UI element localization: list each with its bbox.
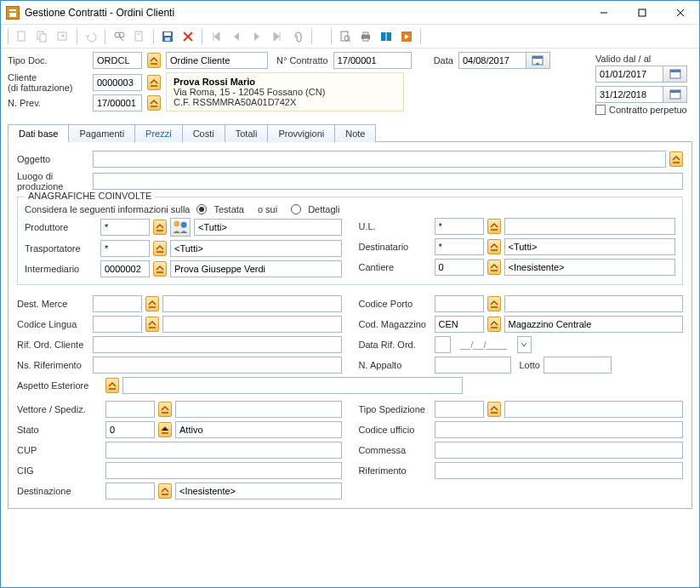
vettore-desc-field[interactable] bbox=[175, 401, 342, 418]
tab-provvigioni[interactable]: Provvigioni bbox=[267, 124, 335, 142]
n-appalto-field[interactable] bbox=[435, 357, 511, 374]
radio-testata[interactable] bbox=[196, 204, 207, 214]
radio-dettagli[interactable] bbox=[291, 204, 301, 214]
cantiere-lookup-icon[interactable] bbox=[487, 260, 501, 275]
commessa-field[interactable] bbox=[435, 442, 684, 459]
prev-record-icon[interactable] bbox=[228, 28, 245, 45]
data-rif-ord-field[interactable] bbox=[451, 336, 517, 353]
ul-field[interactable] bbox=[435, 218, 484, 235]
luogo-field[interactable] bbox=[93, 173, 683, 190]
cod-magazzino-field[interactable] bbox=[435, 316, 484, 333]
destinazione-desc-field[interactable] bbox=[175, 482, 342, 500]
vettore-field[interactable] bbox=[105, 401, 155, 418]
stato-desc-field[interactable] bbox=[175, 421, 342, 438]
tipo-doc-lookup-icon[interactable] bbox=[147, 53, 161, 68]
undo-icon[interactable] bbox=[83, 28, 100, 45]
preview-icon[interactable] bbox=[337, 28, 354, 45]
stato-field[interactable] bbox=[105, 421, 155, 438]
data-field[interactable] bbox=[458, 52, 526, 69]
tipo-doc-desc-field[interactable] bbox=[166, 52, 268, 69]
aspetto-field[interactable] bbox=[122, 377, 463, 394]
data-datepicker-icon[interactable] bbox=[526, 52, 550, 69]
codice-porto-field[interactable] bbox=[435, 295, 484, 312]
copy-icon[interactable] bbox=[34, 28, 51, 45]
tab-prezzi[interactable]: Prezzi bbox=[134, 124, 183, 142]
dest-merce-field[interactable] bbox=[93, 295, 142, 312]
cantiere-field[interactable] bbox=[435, 259, 484, 276]
tab-pagamenti[interactable]: Pagamenti bbox=[68, 124, 135, 142]
attach-icon[interactable] bbox=[289, 28, 306, 45]
codice-porto-desc-field[interactable] bbox=[504, 295, 684, 312]
perpetuo-checkbox[interactable] bbox=[595, 105, 606, 115]
oggetto-field[interactable] bbox=[93, 151, 666, 168]
dest-merce-lookup-icon[interactable] bbox=[145, 296, 159, 311]
nprev-field[interactable] bbox=[93, 94, 142, 111]
save-icon[interactable] bbox=[159, 28, 176, 45]
find-icon[interactable] bbox=[111, 28, 128, 45]
intermediario-desc-field[interactable] bbox=[170, 260, 342, 277]
lotto-field[interactable] bbox=[543, 357, 612, 374]
tab-note[interactable]: Note bbox=[334, 124, 376, 142]
run-icon[interactable] bbox=[398, 28, 415, 45]
tipo-sped-lookup-icon[interactable] bbox=[487, 402, 501, 417]
tab-dati-base[interactable]: Dati base bbox=[8, 124, 69, 142]
valid-to-field[interactable] bbox=[595, 86, 663, 103]
valid-from-field[interactable] bbox=[595, 66, 663, 83]
trasportatore-field[interactable] bbox=[100, 240, 150, 257]
cantiere-desc-field[interactable] bbox=[504, 259, 676, 276]
produttore-lookup-icon[interactable] bbox=[153, 220, 167, 235]
people-icon[interactable] bbox=[170, 218, 191, 237]
destinazione-lookup-icon[interactable] bbox=[158, 483, 172, 499]
new-icon[interactable] bbox=[14, 28, 31, 45]
valid-from-datepicker-icon[interactable] bbox=[663, 66, 687, 83]
produttore-desc-field[interactable] bbox=[194, 219, 342, 236]
delete-icon[interactable] bbox=[179, 28, 196, 45]
book-icon[interactable] bbox=[378, 28, 395, 45]
vettore-lookup-icon[interactable] bbox=[158, 402, 172, 417]
produttore-field[interactable] bbox=[100, 219, 150, 236]
valid-to-datepicker-icon[interactable] bbox=[663, 86, 687, 103]
tipo-sped-field[interactable] bbox=[435, 401, 484, 418]
riferimento-field[interactable] bbox=[435, 462, 684, 479]
oggetto-lookup-icon[interactable] bbox=[669, 151, 683, 167]
codice-uff-field[interactable] bbox=[435, 421, 684, 438]
destinatario-field[interactable] bbox=[435, 238, 484, 255]
destinatario-desc-field[interactable] bbox=[504, 238, 676, 255]
rif-ord-cliente-field[interactable] bbox=[93, 336, 342, 353]
duplicate-icon[interactable] bbox=[54, 28, 71, 45]
ncontratto-field[interactable] bbox=[333, 52, 412, 69]
cup-field[interactable] bbox=[105, 442, 342, 459]
codice-lingua-field[interactable] bbox=[93, 316, 142, 333]
close-button[interactable] bbox=[661, 1, 699, 25]
cod-magazzino-lookup-icon[interactable] bbox=[487, 317, 501, 332]
cod-magazzino-desc-field[interactable] bbox=[504, 316, 684, 333]
destinazione-field[interactable] bbox=[105, 482, 155, 500]
intermediario-field[interactable] bbox=[100, 260, 150, 277]
cliente-lookup-icon[interactable] bbox=[147, 75, 161, 90]
trasportatore-lookup-icon[interactable] bbox=[153, 241, 167, 256]
stato-lookup-icon[interactable] bbox=[158, 422, 172, 437]
print-icon[interactable] bbox=[357, 28, 374, 45]
destinatario-lookup-icon[interactable] bbox=[487, 239, 501, 254]
codice-lingua-desc-field[interactable] bbox=[162, 316, 342, 333]
maximize-button[interactable] bbox=[623, 1, 661, 25]
tipo-sped-desc-field[interactable] bbox=[504, 401, 684, 418]
tipo-doc-field[interactable] bbox=[93, 52, 142, 69]
first-record-icon[interactable] bbox=[208, 28, 225, 45]
cliente-field[interactable] bbox=[93, 74, 142, 91]
dest-merce-desc-field[interactable] bbox=[162, 295, 342, 312]
aspetto-lookup-icon[interactable] bbox=[105, 378, 119, 393]
tab-totali[interactable]: Totali bbox=[225, 124, 269, 142]
filter-icon[interactable] bbox=[131, 28, 148, 45]
data-rif-dropdown-icon[interactable] bbox=[517, 337, 531, 352]
minimize-button[interactable] bbox=[584, 1, 623, 25]
trasportatore-desc-field[interactable] bbox=[170, 240, 342, 257]
codice-lingua-lookup-icon[interactable] bbox=[145, 317, 159, 332]
ul-desc-field[interactable] bbox=[504, 218, 676, 235]
nprev-lookup-icon[interactable] bbox=[147, 95, 161, 111]
next-record-icon[interactable] bbox=[248, 28, 265, 45]
ul-lookup-icon[interactable] bbox=[487, 219, 501, 234]
ns-rif-field[interactable] bbox=[93, 357, 342, 374]
cig-field[interactable] bbox=[105, 462, 342, 479]
codice-porto-lookup-icon[interactable] bbox=[487, 296, 501, 311]
